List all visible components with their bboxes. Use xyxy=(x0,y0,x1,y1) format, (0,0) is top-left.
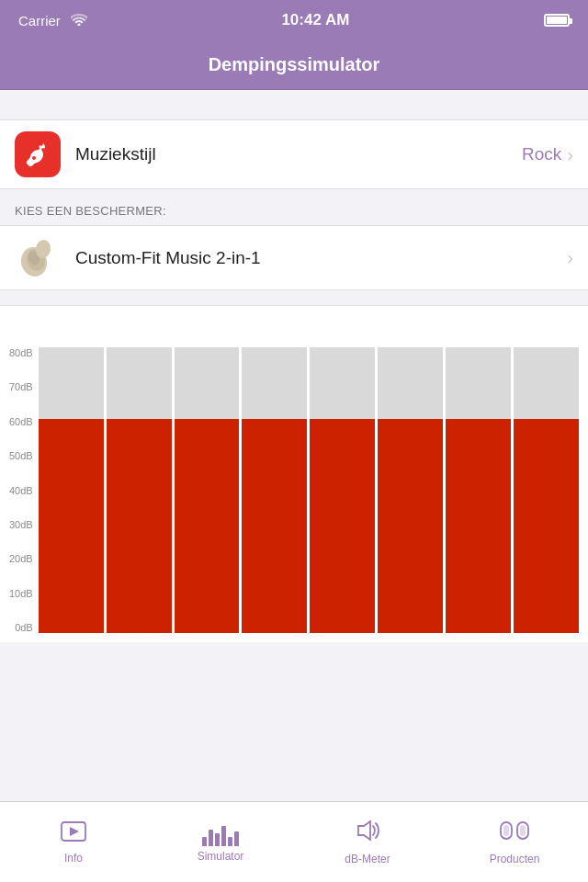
battery-indicator xyxy=(544,14,570,27)
tab-simulator-label: Simulator xyxy=(198,850,244,863)
muziekstijl-chevron: › xyxy=(567,144,573,165)
tab-bar: Info Simulator dB-Meter xyxy=(0,801,588,882)
tab-info[interactable]: Info xyxy=(0,802,147,882)
tab-dbmeter[interactable]: dB-Meter xyxy=(294,802,441,882)
tab-producten[interactable]: Producten xyxy=(441,802,588,882)
y-label-40: 40dB xyxy=(9,486,33,496)
y-label-60: 60dB xyxy=(9,417,33,427)
product-chevron: › xyxy=(567,247,573,268)
tab-dbmeter-label: dB-Meter xyxy=(345,853,390,865)
simulator-icon xyxy=(202,822,239,846)
tab-info-label: Info xyxy=(64,852,83,865)
chart-inner: 0dB 10dB 20dB 30dB 40dB 50dB 60dB 70dB 8… xyxy=(0,321,588,633)
svg-rect-12 xyxy=(520,825,526,836)
tab-producten-label: Producten xyxy=(490,853,540,865)
carrier-label: Carrier xyxy=(18,13,61,28)
bar-group xyxy=(39,348,104,633)
product-icon xyxy=(15,237,61,278)
muziekstijl-label: Muziekstijl xyxy=(75,144,522,164)
music-app-icon xyxy=(15,131,61,177)
bar-group xyxy=(310,348,375,633)
svg-marker-8 xyxy=(358,821,370,840)
bar-group xyxy=(107,348,172,633)
nav-title: Dempingssimulator xyxy=(209,54,380,75)
bar-group xyxy=(446,348,511,633)
info-icon xyxy=(61,820,86,848)
y-label-80: 80dB xyxy=(9,348,33,358)
nav-bar: Dempingssimulator xyxy=(0,40,588,90)
product-label: Custom-Fit Music 2-in-1 xyxy=(75,248,567,268)
bars-area xyxy=(39,348,579,633)
product-row[interactable]: Custom-Fit Music 2-in-1 › xyxy=(0,225,588,290)
y-label-10: 10dB xyxy=(9,589,33,599)
status-bar: Carrier 10:42 AM xyxy=(0,0,588,40)
svg-rect-11 xyxy=(503,825,509,836)
tab-simulator[interactable]: Simulator xyxy=(147,802,294,882)
bar-group xyxy=(378,348,443,633)
muziekstijl-value: Rock xyxy=(522,144,561,164)
svg-point-0 xyxy=(32,156,36,160)
muziekstijl-row[interactable]: Muziekstijl Rock › xyxy=(0,119,588,189)
section-header: KIES EEN BESCHERMER: xyxy=(0,189,588,225)
y-label-20: 20dB xyxy=(9,554,33,564)
svg-marker-7 xyxy=(70,827,79,836)
y-label-0: 0dB xyxy=(9,623,33,633)
bar-group xyxy=(514,348,579,633)
producten-icon xyxy=(499,819,530,849)
time-label: 10:42 AM xyxy=(281,11,349,29)
y-label-70: 70dB xyxy=(9,382,33,392)
wifi-icon xyxy=(71,13,87,28)
bar-group xyxy=(242,348,307,633)
y-label-50: 50dB xyxy=(9,451,33,461)
bar-group xyxy=(175,348,240,633)
speaker-icon xyxy=(354,819,381,849)
y-label-30: 30dB xyxy=(9,520,33,530)
chart-y-axis: 0dB 10dB 20dB 30dB 40dB 50dB 60dB 70dB 8… xyxy=(9,348,33,633)
chart-container: 0dB 10dB 20dB 30dB 40dB 50dB 60dB 70dB 8… xyxy=(0,305,588,642)
